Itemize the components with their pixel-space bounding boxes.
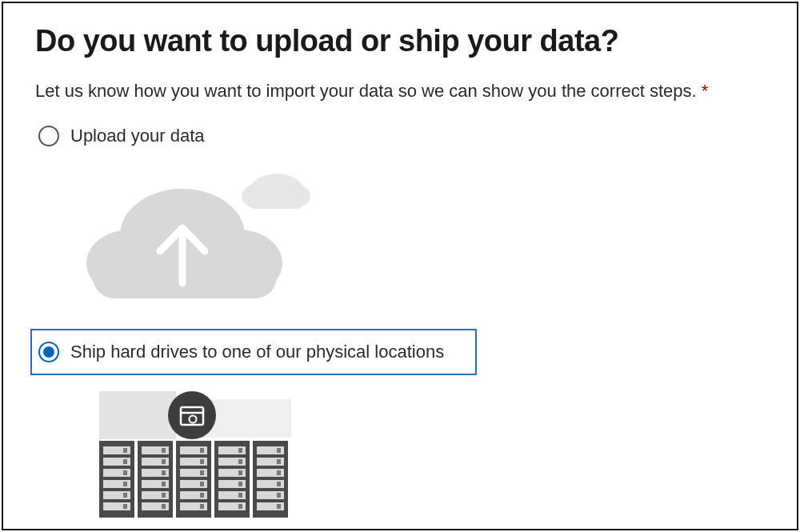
svg-rect-77: [277, 493, 281, 498]
svg-rect-71: [277, 459, 281, 464]
svg-rect-30: [162, 448, 166, 453]
svg-rect-27: [123, 504, 127, 509]
svg-rect-69: [277, 448, 281, 453]
instruction-label: Let us know how you want to import your …: [35, 81, 702, 101]
svg-rect-32: [162, 459, 166, 464]
svg-rect-34: [162, 470, 166, 475]
svg-rect-38: [162, 493, 166, 498]
svg-rect-66: [238, 504, 242, 509]
svg-rect-25: [123, 493, 127, 498]
page-title: Do you want to upload or ship your data?: [35, 24, 765, 58]
svg-rect-64: [238, 493, 242, 498]
required-asterisk: *: [702, 81, 709, 101]
svg-rect-73: [277, 470, 281, 475]
svg-rect-51: [200, 493, 204, 498]
svg-rect-49: [200, 482, 204, 486]
radio-ship[interactable]: [38, 342, 59, 362]
svg-rect-45: [200, 459, 204, 464]
svg-rect-23: [123, 482, 127, 486]
svg-rect-36: [162, 482, 166, 486]
svg-rect-60: [238, 470, 242, 475]
option-upload[interactable]: Upload your data: [35, 121, 765, 151]
svg-rect-40: [162, 504, 166, 509]
radio-upload[interactable]: [38, 126, 59, 146]
server-rack-icon: [80, 383, 765, 530]
dialog-frame: Do you want to upload or ship your data?…: [2, 2, 798, 530]
svg-rect-56: [238, 448, 242, 453]
cloud-upload-icon: [70, 159, 765, 314]
svg-rect-58: [238, 459, 242, 464]
svg-rect-21: [123, 470, 127, 475]
instruction-text: Let us know how you want to import your …: [35, 81, 765, 102]
svg-rect-19: [123, 459, 127, 464]
svg-rect-75: [277, 482, 281, 486]
option-upload-label: Upload your data: [70, 126, 205, 146]
svg-rect-79: [277, 504, 281, 509]
svg-rect-17: [123, 448, 127, 453]
svg-rect-43: [200, 448, 204, 453]
option-ship[interactable]: Ship hard drives to one of our physical …: [30, 329, 477, 375]
svg-rect-47: [200, 470, 204, 475]
option-ship-label: Ship hard drives to one of our physical …: [70, 342, 444, 362]
svg-rect-53: [200, 504, 204, 509]
svg-rect-62: [238, 482, 242, 486]
svg-rect-3: [248, 194, 304, 209]
svg-rect-9: [99, 391, 176, 439]
